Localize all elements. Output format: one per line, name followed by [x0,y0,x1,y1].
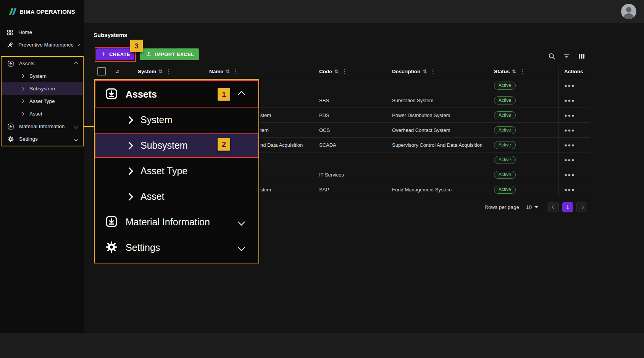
annotation-badge-1: 1 [218,88,230,101]
sidebar-item-preventive-maintenance[interactable]: Preventive Maintenance [0,39,84,51]
material-information-icon [105,215,118,230]
sidebar-item-label: Home [18,29,79,35]
sidebar-item-asset-type[interactable]: Asset Type [2,95,83,108]
overlay-item-system[interactable]: System [95,107,258,133]
column-menu-icon[interactable]: ⋮ [430,68,436,74]
row-actions-icon[interactable]: ●●● [564,172,575,178]
code-cell: IT Services [313,172,386,178]
row-actions-icon[interactable]: ●●● [564,157,575,163]
assets-icon [7,60,14,67]
column-menu-icon[interactable]: ⋮ [342,68,347,74]
overlay-item-settings[interactable]: Settings [95,235,258,260]
description-cell: Substation System [386,98,489,103]
table-toolbar-icons [547,52,586,60]
overlay-item-assets[interactable]: Assets 1 [95,82,258,107]
import-excel-button-label: IMPORT EXCEL [155,51,194,57]
status-badge: Active [494,82,516,90]
sort-icon[interactable]: ⇅ [226,69,230,74]
chevron-down-icon [238,218,245,225]
status-badge: Active [494,186,516,194]
grid-icon [6,29,13,36]
chevron-right-icon [21,100,24,103]
row-actions-icon[interactable]: ●●● [564,187,575,193]
table-header-row: # System ⇅ ⋮ Name ⇅ ⋮ Code ⇅ ⋮ Descripti… [94,65,590,78]
row-actions-icon[interactable]: ●●● [564,112,575,118]
row-actions-icon[interactable]: ●●● [564,83,575,88]
app-title: BIMA OPERATIONS [19,8,75,15]
sort-icon[interactable]: ⇅ [334,69,339,74]
chevron-down-icon [77,43,80,46]
column-menu-icon[interactable]: ⋮ [166,68,171,74]
col-header-system: System ⇅ ⋮ [126,68,202,74]
sidebar-item-home[interactable]: Home [0,26,84,39]
rows-per-page-select[interactable]: 10 [526,204,538,210]
search-icon[interactable] [547,52,556,60]
chevron-right-icon [126,116,133,124]
status-badge: Active [494,96,516,104]
filter-icon[interactable] [562,52,571,60]
import-excel-button[interactable]: IMPORT EXCEL [140,48,199,60]
chevron-right-icon [21,87,24,91]
annotation-connector-line [84,126,95,127]
status-badge: Active [494,111,516,119]
sidebar-item-settings[interactable]: Settings [2,133,83,145]
bottom-strip [0,333,644,358]
select-all-checkbox[interactable] [97,67,106,75]
row-actions-icon[interactable]: ●●● [564,127,575,133]
annotation-overlay-menu: Assets 1 System Subsystem 2 Asset Type A… [94,79,259,263]
chevron-up-icon [74,61,78,66]
status-badge: Active [494,126,516,134]
row-actions-icon[interactable]: ●●● [564,98,575,103]
sidebar-item-subsystem[interactable]: Subsystem [2,82,83,95]
rows-per-page-value: 10 [526,204,532,210]
name-cell: nd Data Acquisition [260,142,303,148]
current-page-button[interactable]: 1 [562,202,573,212]
sidebar-item-label: Settings [19,136,69,142]
column-menu-icon[interactable]: ⋮ [520,68,525,74]
annotation-badge-2: 2 [218,138,230,151]
col-header-code: Code ⇅ ⋮ [313,68,386,74]
brand: BIMA OPERATIONS [0,0,84,23]
overlay-item-asset-type[interactable]: Asset Type [95,158,258,184]
name-cell: stem [260,187,271,193]
col-header-status: Status ⇅ ⋮ [489,68,558,74]
code-cell: SBS [313,98,386,103]
rows-per-page-label: Rows per page [484,204,519,210]
sidebar-item-system[interactable]: System [2,70,83,82]
overlay-item-label: Asset Type [140,165,187,177]
row-actions-icon[interactable]: ●●● [564,142,575,148]
chevron-down-icon [74,124,78,128]
chevron-right-icon [21,112,24,116]
overlay-item-material-information[interactable]: Material Information [95,209,258,235]
chevron-down-icon [238,244,245,251]
sort-icon[interactable]: ⇅ [423,69,427,74]
sort-icon[interactable]: ⇅ [512,69,516,74]
col-header-actions: Actions [558,65,590,78]
sidebar-item-assets[interactable]: Assets [2,57,83,70]
create-button[interactable]: CREATE [96,48,134,60]
column-menu-icon[interactable]: ⋮ [233,68,239,74]
chevron-up-icon [238,91,245,98]
overlay-item-subsystem[interactable]: Subsystem 2 [95,133,258,158]
chevron-right-icon [126,142,133,149]
sidebar-item-label: Asset [29,111,42,117]
overlay-item-asset[interactable]: Asset [95,184,258,209]
overlay-item-label: Asset [140,191,165,202]
sidebar: Home Preventive Maintenance [0,23,84,333]
next-page-button[interactable] [576,202,587,212]
columns-icon[interactable] [577,52,586,60]
status-badge: Active [494,171,516,179]
col-header-num: # [109,69,126,74]
prev-page-button[interactable] [548,202,559,212]
logo-icon [10,8,15,15]
overlay-item-label: Assets [126,89,157,100]
code-cell: SCADA [313,142,386,148]
sidebar-item-material-information[interactable]: Material Information [2,120,83,133]
avatar[interactable] [621,4,636,19]
plus-icon [100,51,106,58]
sidebar-item-asset[interactable]: Asset [2,108,83,120]
sort-icon[interactable]: ⇅ [158,69,163,74]
gear-icon [105,241,118,255]
gear-icon [7,136,14,143]
overlay-item-label: Subsystem [140,140,188,151]
